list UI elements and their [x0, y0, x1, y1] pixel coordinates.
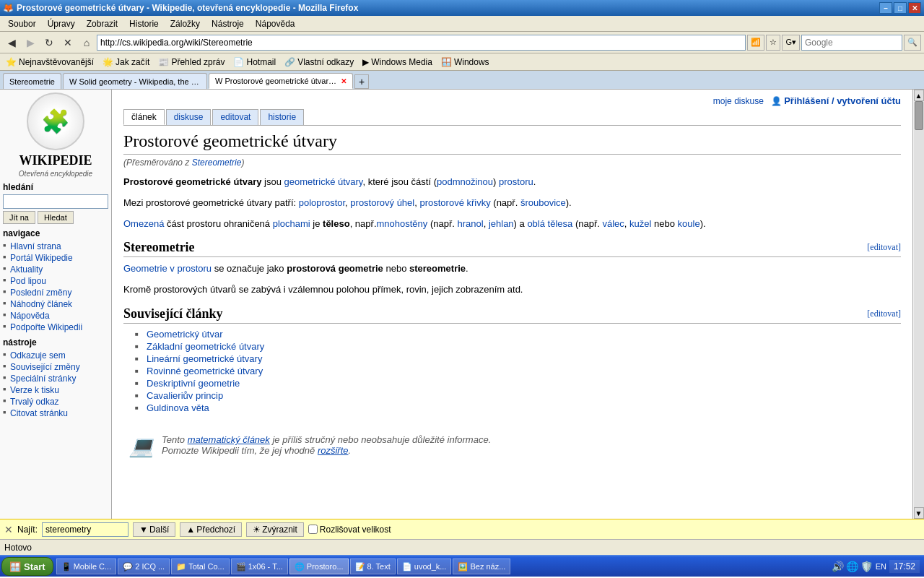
link-prostorovy-uhel[interactable]: prostorový úhel	[350, 197, 414, 208]
scrollbar[interactable]: ▲ ▼	[912, 90, 924, 519]
link-mnohosteny[interactable]: mnohostěny	[377, 218, 428, 229]
menu-item-úpravy[interactable]: Úpravy	[43, 17, 80, 31]
browser-tab-0[interactable]: Stereometrie	[3, 73, 61, 89]
page-tab-diskuse[interactable]: diskuse	[166, 109, 212, 125]
related-article-link[interactable]: Rovinné geometrické útvary	[147, 366, 263, 376]
search-engine-button[interactable]: G▾	[782, 35, 800, 51]
login-link[interactable]: Přihlášení / vytvoření účtu	[784, 95, 901, 106]
find-highlight-button[interactable]: ☀ Zvýraznit	[246, 522, 304, 537]
link-kuzel[interactable]: kužel	[629, 218, 651, 229]
minimize-button[interactable]: –	[879, 2, 892, 14]
link-geom-v-prostoru[interactable]: Geometrie v prostoru	[123, 263, 212, 274]
menu-item-nápověda[interactable]: Nápověda	[250, 17, 300, 31]
nav-item-portál-wikipedie[interactable]: Portál Wikipedie	[3, 252, 108, 264]
link-obla-telesa[interactable]: oblá tělesa	[527, 218, 572, 229]
taskbar-item-1x06---t---[interactable]: 🎬1x06 - T...	[231, 558, 288, 574]
link-jehlan[interactable]: jehlan	[489, 218, 514, 229]
link-rozsirite[interactable]: rozšiřte	[318, 445, 349, 456]
nav-item-pod-lipou[interactable]: Pod lipou	[3, 275, 108, 287]
sidebar-search-input[interactable]	[3, 194, 108, 209]
bookmark-nejnavštěvovanější[interactable]: ⭐Nejnavštěvovanější	[3, 56, 97, 68]
favorites-button[interactable]: ☆	[766, 35, 780, 51]
menu-item-nástroje[interactable]: Nástroje	[206, 17, 249, 31]
taskbar-item-prostoro---[interactable]: 🌐Prostoro...	[289, 558, 349, 574]
bookmark-vlastní-odkazy[interactable]: 🔗Vlastní odkazy	[282, 56, 357, 68]
link-prostorove-krivky[interactable]: prostorové křivky	[419, 197, 490, 208]
nav-item-hlavní-strana[interactable]: Hlavní strana	[3, 241, 108, 252]
link-valec[interactable]: válec	[602, 218, 624, 229]
taskbar-item-uvod-k---[interactable]: 📄uvod_k...	[397, 558, 452, 574]
link-prostoru[interactable]: prostoru	[499, 176, 533, 187]
related-article-link[interactable]: Deskriptivní geometrie	[147, 378, 240, 389]
scrollbar-track[interactable]	[914, 101, 924, 507]
my-discuss-link[interactable]: moje diskuse	[713, 96, 764, 106]
nav-item-náhodný-článek[interactable]: Náhodný článek	[3, 298, 108, 310]
reload-button[interactable]: ↻	[40, 34, 58, 51]
section1-edit-link[interactable]: [editovat]	[867, 242, 901, 253]
tool-item-speciální-stránky[interactable]: Speciální stránky	[3, 373, 108, 384]
link-matematicky[interactable]: matematický článek	[188, 434, 270, 445]
browser-tab-2[interactable]: W Prostorové geometrické útvary -...✕	[209, 73, 353, 89]
search-go-button[interactable]: 🔍	[904, 35, 921, 51]
page-tab-historie[interactable]: historie	[260, 109, 304, 125]
home-button[interactable]: ⌂	[78, 34, 95, 51]
taskbar-item-total-co---[interactable]: 📁Total Co...	[171, 558, 230, 574]
page-tab-editovat[interactable]: editovat	[212, 109, 258, 125]
maximize-button[interactable]: □	[894, 2, 907, 14]
related-article-link[interactable]: Cavalieriův princip	[147, 390, 223, 401]
menu-item-historie[interactable]: Historie	[124, 17, 164, 31]
menu-item-záložky[interactable]: Záložky	[165, 17, 205, 31]
link-plochami[interactable]: plochami	[273, 218, 310, 229]
start-button[interactable]: 🪟 Start	[1, 557, 53, 576]
scroll-up-button[interactable]: ▲	[914, 90, 924, 101]
back-button[interactable]: ◀	[3, 34, 20, 51]
bookmark-windows[interactable]: 🪟Windows	[438, 56, 492, 68]
tab-close-button[interactable]: ✕	[341, 77, 346, 85]
new-tab-button[interactable]: +	[354, 74, 369, 89]
nav-item-nápověda[interactable]: Nápověda	[3, 310, 108, 322]
tool-item-trvalý-odkaz[interactable]: Trvalý odkaz	[3, 396, 108, 407]
link-geom-utvary[interactable]: geometrické útvary	[284, 176, 363, 187]
link-omezena[interactable]: Omezená	[123, 218, 164, 229]
taskbar-item-bez-n-z---[interactable]: 🖼️Bez náz...	[453, 558, 510, 574]
tool-item-odkazuje-sem[interactable]: Odkazuje sem	[3, 350, 108, 361]
rss-button[interactable]: 📶	[747, 35, 764, 51]
related-article-link[interactable]: Lineární geometrické útvary	[147, 353, 262, 364]
search-field[interactable]	[801, 35, 902, 51]
related-article-link[interactable]: Guldinova věta	[147, 402, 209, 413]
find-case-checkbox[interactable]	[308, 525, 318, 534]
close-button[interactable]: ✕	[908, 2, 921, 14]
nav-item-podpořte-wikipedii[interactable]: Podpořte Wikipedii	[3, 322, 108, 333]
tool-item-související-změny[interactable]: Související změny	[3, 361, 108, 373]
taskbar-item-2-icq----[interactable]: 💬2 ICQ ...	[118, 558, 170, 574]
tool-item-citovat-stránku[interactable]: Citovat stránku	[3, 407, 108, 419]
link-poloprostor[interactable]: poloprostor	[299, 197, 345, 208]
browser-tab-1[interactable]: W Solid geometry - Wikipedia, the free e…	[63, 73, 207, 89]
link-sroubovice[interactable]: šroubovice	[520, 197, 566, 208]
bookmark-hotmail[interactable]: 📄Hotmail	[230, 56, 279, 68]
related-article-link[interactable]: Geometrický útvar	[147, 329, 222, 340]
bookmark-windows-media[interactable]: ▶Windows Media	[359, 56, 435, 68]
sidebar-find-button[interactable]: Hledat	[38, 211, 74, 224]
page-tab-článek[interactable]: článek	[123, 109, 165, 125]
scroll-down-button[interactable]: ▼	[914, 507, 924, 519]
menu-item-zobrazit[interactable]: Zobrazit	[82, 17, 123, 31]
forward-button[interactable]: ▶	[22, 34, 39, 51]
link-hranol[interactable]: hranol	[458, 218, 484, 229]
address-bar[interactable]	[97, 35, 746, 51]
find-input[interactable]	[42, 522, 128, 537]
nav-item-aktuality[interactable]: Aktuality	[3, 264, 108, 275]
bookmark-jak-začít[interactable]: 🌟Jak začít	[100, 56, 152, 68]
stop-button[interactable]: ✕	[59, 34, 77, 51]
sidebar-go-button[interactable]: Jít na	[3, 211, 35, 224]
menu-item-soubor[interactable]: Soubor	[3, 17, 41, 31]
find-close-button[interactable]: ✕	[4, 524, 13, 535]
tool-item-verze-k-tisku[interactable]: Verze k tisku	[3, 384, 108, 396]
nav-item-poslední-změny[interactable]: Poslední změny	[3, 287, 108, 298]
bookmark-přehled-zpráv[interactable]: 📰Přehled zpráv	[155, 56, 227, 68]
link-koule[interactable]: koule	[678, 218, 700, 229]
section2-edit-link[interactable]: [editovat]	[867, 309, 901, 319]
find-next-button[interactable]: ▼ Další	[133, 522, 175, 537]
taskbar-item-mobile-c---[interactable]: 📱Mobile C...	[56, 558, 117, 574]
scrollbar-thumb[interactable]	[915, 101, 923, 130]
